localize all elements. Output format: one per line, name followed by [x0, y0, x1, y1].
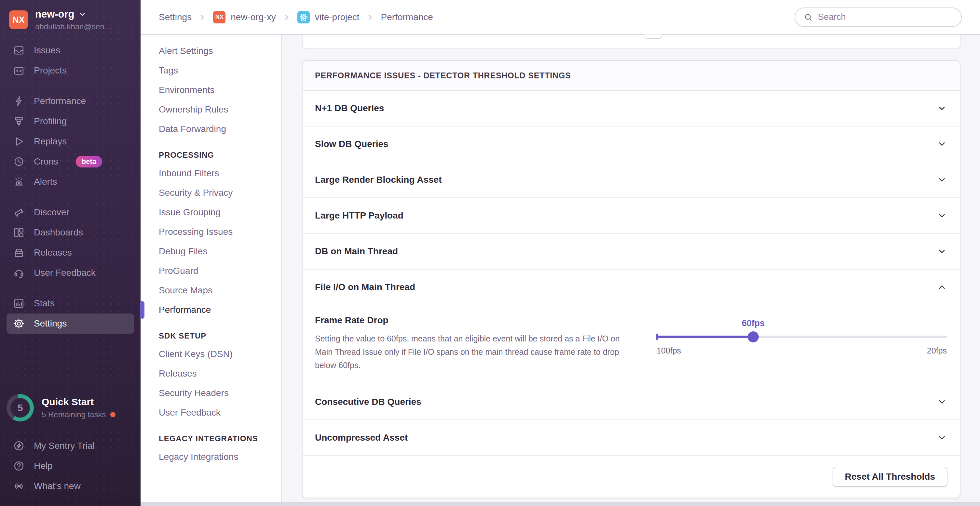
- sidebar-item-user-feedback[interactable]: User Feedback: [0, 263, 140, 283]
- horizontal-scrollbar[interactable]: [140, 502, 980, 506]
- breadcrumb-org[interactable]: NX new-org-xy: [213, 11, 275, 24]
- settings-nav-item[interactable]: Source Maps: [140, 281, 281, 300]
- detector-row-large-http-payload[interactable]: Large HTTP Payload: [302, 198, 960, 234]
- search-box[interactable]: [795, 8, 962, 27]
- frame-rate-drop-description: Setting the value to 60fps, means that a…: [315, 332, 624, 372]
- chevron-down-icon[interactable]: [937, 103, 947, 113]
- search-input[interactable]: [818, 12, 953, 22]
- dashboard-icon: [13, 227, 25, 238]
- settings-nav-item[interactable]: User Feedback: [140, 403, 281, 422]
- progress-count: 5: [10, 398, 30, 417]
- settings-nav-item[interactable]: ProGuard: [140, 261, 281, 281]
- sidebar-item-releases[interactable]: Releases: [0, 243, 140, 263]
- detector-threshold-panel: PERFORMANCE ISSUES - DETECTOR THRESHOLD …: [302, 60, 961, 498]
- beta-badge: beta: [76, 156, 102, 168]
- sidebar-item-label: Replays: [34, 136, 67, 147]
- breadcrumb-org-label: new-org-xy: [231, 12, 275, 22]
- detector-row-n1-db-queries[interactable]: N+1 DB Queries: [302, 91, 960, 127]
- org-name: new-org: [35, 8, 75, 20]
- settings-nav: Alert Settings Tags Environments Ownersh…: [140, 35, 282, 506]
- chevron-down-icon[interactable]: [937, 433, 947, 443]
- chevron-right-icon: [282, 13, 291, 21]
- sidebar-item-label: Crons: [34, 156, 58, 167]
- org-avatar: NX: [9, 10, 28, 29]
- inbox-icon: [13, 44, 25, 56]
- quick-start[interactable]: 5 Quick Start 5 Remaining tasks: [6, 394, 116, 422]
- active-indicator: [140, 301, 145, 319]
- sidebar-item-crons[interactable]: Crons beta: [0, 152, 140, 172]
- detector-row-slow-db-queries[interactable]: Slow DB Queries: [302, 127, 960, 162]
- settings-nav-item[interactable]: Environments: [140, 80, 281, 100]
- sidebar-item-label: Dashboards: [34, 227, 83, 238]
- slider-min-label: 100fps: [657, 346, 681, 355]
- sidebar-item-discover[interactable]: Discover: [0, 202, 140, 222]
- settings-nav-item[interactable]: Tags: [140, 61, 281, 80]
- panel-footer: Reset All Thresholds: [302, 456, 960, 498]
- sidebar-item-label: Alerts: [34, 176, 57, 187]
- folder-code-icon: [13, 65, 25, 76]
- slider-value-label: 60fps: [742, 318, 765, 328]
- settings-nav-item-performance[interactable]: Performance: [140, 300, 281, 320]
- sidebar-item-dashboards[interactable]: Dashboards: [0, 222, 140, 243]
- profiling-icon: [13, 116, 25, 127]
- chevron-down-icon[interactable]: [937, 211, 947, 220]
- breadcrumb-project[interactable]: vite-project: [298, 11, 360, 24]
- chevron-down-icon[interactable]: [937, 246, 947, 256]
- frame-rate-drop-section: Frame Rate Drop Setting the value to 60f…: [302, 305, 960, 384]
- chevron-right-icon: [366, 13, 374, 21]
- sidebar-item-alerts[interactable]: Alerts: [0, 172, 140, 192]
- slider-handle[interactable]: [748, 332, 759, 343]
- detector-row-consecutive-db-queries[interactable]: Consecutive DB Queries: [302, 384, 960, 420]
- reset-all-thresholds-button[interactable]: Reset All Thresholds: [833, 466, 947, 487]
- sidebar-item-profiling[interactable]: Profiling: [0, 111, 140, 132]
- top-header: Settings NX new-org-xy vite-project Perf…: [140, 0, 980, 35]
- settings-nav-item[interactable]: Debug Files: [140, 242, 281, 261]
- sidebar-item-replays[interactable]: Replays: [0, 132, 140, 152]
- primary-nav: Issues Projects Performance Profiling Re…: [0, 40, 140, 334]
- settings-nav-item[interactable]: Issue Grouping: [140, 203, 281, 222]
- detector-row-db-on-main-thread[interactable]: DB on Main Thread: [302, 234, 960, 270]
- org-badge: NX: [213, 11, 226, 24]
- sidebar-item-label: Stats: [34, 298, 55, 309]
- breadcrumb-settings[interactable]: Settings: [159, 12, 192, 22]
- play-icon: [13, 136, 25, 147]
- sidebar-item-projects[interactable]: Projects: [0, 60, 140, 81]
- headset-icon: [13, 267, 25, 279]
- sidebar-item-label: Help: [34, 461, 53, 471]
- settings-nav-item[interactable]: Data Forwarding: [140, 119, 281, 139]
- settings-nav-item[interactable]: Legacy Integrations: [140, 447, 281, 466]
- sidebar-item-help[interactable]: Help: [0, 456, 140, 476]
- sidebar-item-whats-new[interactable]: What's new: [0, 476, 140, 496]
- sidebar-item-performance[interactable]: Performance: [0, 91, 140, 111]
- sidebar-item-settings[interactable]: Settings: [6, 314, 134, 334]
- chevron-up-icon[interactable]: [937, 282, 947, 292]
- detector-row-file-io-on-main-thread[interactable]: File I/O on Main Thread: [302, 270, 960, 305]
- clock-icon: [13, 156, 25, 168]
- sidebar-item-stats[interactable]: Stats: [0, 293, 140, 314]
- chevron-down-icon[interactable]: [937, 139, 947, 149]
- settings-nav-item[interactable]: Alert Settings: [140, 41, 281, 61]
- search-icon: [803, 13, 813, 22]
- chevron-right-icon: [198, 13, 207, 21]
- settings-nav-item[interactable]: Security & Privacy: [140, 183, 281, 203]
- frame-rate-drop-title: Frame Rate Drop: [315, 315, 624, 325]
- settings-nav-item[interactable]: Client Keys (DSN): [140, 344, 281, 364]
- telescope-icon: [13, 206, 25, 218]
- quick-start-subtitle: 5 Remaining tasks: [41, 410, 106, 419]
- detector-row-large-render-blocking-asset[interactable]: Large Render Blocking Asset: [302, 162, 960, 198]
- settings-nav-item[interactable]: Security Headers: [140, 384, 281, 403]
- settings-nav-item[interactable]: Ownership Rules: [140, 100, 281, 119]
- settings-nav-item[interactable]: Processing Issues: [140, 222, 281, 242]
- chevron-down-icon[interactable]: [937, 397, 947, 407]
- settings-nav-heading: LEGACY INTEGRATIONS: [140, 430, 281, 447]
- settings-nav-item[interactable]: Releases: [140, 364, 281, 384]
- sidebar-item-label: Discover: [34, 207, 69, 217]
- sidebar-item-issues[interactable]: Issues: [0, 40, 140, 60]
- detector-row-uncompressed-asset[interactable]: Uncompressed Asset: [302, 420, 960, 456]
- settings-nav-item[interactable]: Inbound Filters: [140, 163, 281, 183]
- breadcrumb: Settings NX new-org-xy vite-project Perf…: [159, 11, 433, 24]
- org-switcher[interactable]: NX new-org abdullah.khan@sen…: [0, 0, 140, 31]
- sidebar-item-trial[interactable]: My Sentry Trial: [0, 436, 140, 456]
- chevron-down-icon[interactable]: [937, 175, 947, 185]
- slider-track[interactable]: [657, 336, 947, 338]
